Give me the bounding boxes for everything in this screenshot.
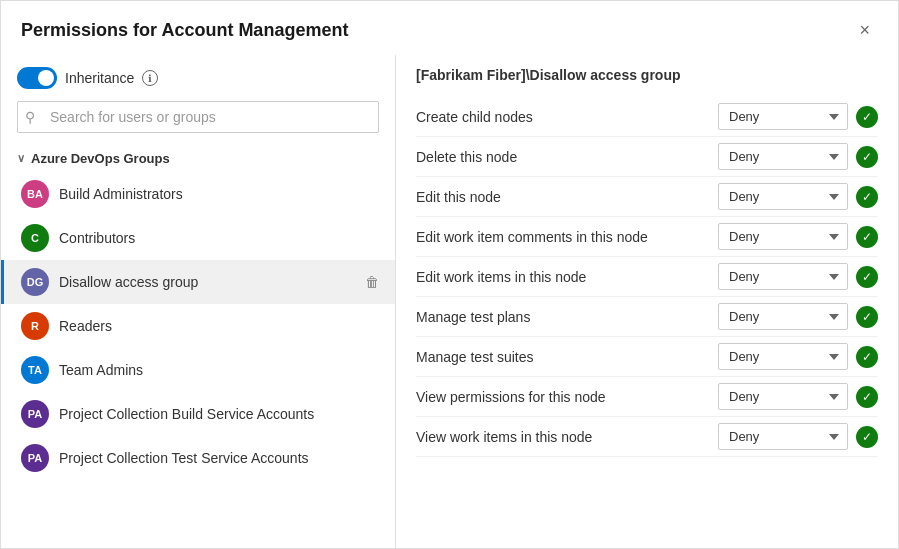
toggle-thumb xyxy=(38,70,54,86)
inheritance-row: Inheritance ℹ xyxy=(1,67,395,101)
group-name: Team Admins xyxy=(59,362,379,378)
avatar: DG xyxy=(21,268,49,296)
avatar: BA xyxy=(21,180,49,208)
group-name: Contributors xyxy=(59,230,379,246)
permission-row: Manage test suitesNot setAllowDenyDeny (… xyxy=(416,337,878,377)
avatar: PA xyxy=(21,444,49,472)
group-item[interactable]: PAProject Collection Build Service Accou… xyxy=(1,392,395,436)
permission-row: Delete this nodeNot setAllowDenyDeny (in… xyxy=(416,137,878,177)
check-icon: ✓ xyxy=(856,106,878,128)
permission-name: Manage test suites xyxy=(416,349,718,365)
group-name: Disallow access group xyxy=(59,274,355,290)
permission-dropdown-wrap: Not setAllowDenyDeny (inherited)✓ xyxy=(718,343,878,370)
group-name: Readers xyxy=(59,318,379,334)
check-icon: ✓ xyxy=(856,226,878,248)
group-name: Build Administrators xyxy=(59,186,379,202)
group-list: BABuild AdministratorsCContributorsDGDis… xyxy=(1,172,395,480)
permission-dropdown-wrap: Not setAllowDenyDeny (inherited)✓ xyxy=(718,223,878,250)
avatar: TA xyxy=(21,356,49,384)
check-icon: ✓ xyxy=(856,146,878,168)
search-input[interactable] xyxy=(17,101,379,133)
permission-row: View work items in this nodeNot setAllow… xyxy=(416,417,878,457)
right-panel: [Fabrikam Fiber]\Disallow access group C… xyxy=(396,55,898,548)
selected-group-title: [Fabrikam Fiber]\Disallow access group xyxy=(416,67,878,83)
group-section-header: ∨ Azure DevOps Groups xyxy=(1,145,395,172)
group-item[interactable]: DGDisallow access group🗑 xyxy=(1,260,395,304)
permission-name: Edit work item comments in this node xyxy=(416,229,718,245)
permission-select[interactable]: Not setAllowDenyDeny (inherited) xyxy=(718,183,848,210)
group-item[interactable]: CContributors xyxy=(1,216,395,260)
check-icon: ✓ xyxy=(856,426,878,448)
check-icon: ✓ xyxy=(856,306,878,328)
check-icon: ✓ xyxy=(856,266,878,288)
permission-select[interactable]: Not setAllowDenyDeny (inherited) xyxy=(718,303,848,330)
permission-row: View permissions for this nodeNot setAll… xyxy=(416,377,878,417)
inheritance-label: Inheritance xyxy=(65,70,134,86)
permission-dropdown-wrap: Not setAllowDenyDeny (inherited)✓ xyxy=(718,103,878,130)
group-name: Project Collection Build Service Account… xyxy=(59,406,379,422)
permission-dropdown-wrap: Not setAllowDenyDeny (inherited)✓ xyxy=(718,263,878,290)
permission-row: Manage test plansNot setAllowDenyDeny (i… xyxy=(416,297,878,337)
permission-name: Delete this node xyxy=(416,149,718,165)
group-section-label: Azure DevOps Groups xyxy=(31,151,170,166)
left-panel: Inheritance ℹ ⚲ ∨ Azure DevOps Groups BA… xyxy=(1,55,396,548)
group-name: Project Collection Test Service Accounts xyxy=(59,450,379,466)
avatar: PA xyxy=(21,400,49,428)
permission-row: Edit this nodeNot setAllowDenyDeny (inhe… xyxy=(416,177,878,217)
check-icon: ✓ xyxy=(856,186,878,208)
dialog-title: Permissions for Account Management xyxy=(21,20,348,41)
permission-row: Edit work item comments in this nodeNot … xyxy=(416,217,878,257)
chevron-down-icon: ∨ xyxy=(17,152,25,165)
permission-name: Edit work items in this node xyxy=(416,269,718,285)
permission-dropdown-wrap: Not setAllowDenyDeny (inherited)✓ xyxy=(718,143,878,170)
group-item[interactable]: RReaders xyxy=(1,304,395,348)
permission-select[interactable]: Not setAllowDenyDeny (inherited) xyxy=(718,103,848,130)
permission-dropdown-wrap: Not setAllowDenyDeny (inherited)✓ xyxy=(718,423,878,450)
permission-name: View work items in this node xyxy=(416,429,718,445)
toggle-track[interactable] xyxy=(17,67,57,89)
avatar: R xyxy=(21,312,49,340)
permission-row: Create child nodesNot setAllowDenyDeny (… xyxy=(416,97,878,137)
permission-select[interactable]: Not setAllowDenyDeny (inherited) xyxy=(718,223,848,250)
check-icon: ✓ xyxy=(856,346,878,368)
permissions-list: Create child nodesNot setAllowDenyDeny (… xyxy=(416,97,878,457)
inheritance-toggle[interactable] xyxy=(17,67,57,89)
search-box: ⚲ xyxy=(17,101,379,133)
info-icon[interactable]: ℹ xyxy=(142,70,158,86)
permission-select[interactable]: Not setAllowDenyDeny (inherited) xyxy=(718,423,848,450)
permission-select[interactable]: Not setAllowDenyDeny (inherited) xyxy=(718,143,848,170)
permission-name: Create child nodes xyxy=(416,109,718,125)
dialog-header: Permissions for Account Management × xyxy=(1,1,898,55)
delete-icon[interactable]: 🗑 xyxy=(365,274,379,290)
group-item[interactable]: TATeam Admins xyxy=(1,348,395,392)
permission-row: Edit work items in this nodeNot setAllow… xyxy=(416,257,878,297)
permission-dropdown-wrap: Not setAllowDenyDeny (inherited)✓ xyxy=(718,303,878,330)
dialog-body: Inheritance ℹ ⚲ ∨ Azure DevOps Groups BA… xyxy=(1,55,898,548)
avatar: C xyxy=(21,224,49,252)
permission-dropdown-wrap: Not setAllowDenyDeny (inherited)✓ xyxy=(718,383,878,410)
permission-name: View permissions for this node xyxy=(416,389,718,405)
check-icon: ✓ xyxy=(856,386,878,408)
close-button[interactable]: × xyxy=(851,17,878,43)
permission-name: Edit this node xyxy=(416,189,718,205)
group-item[interactable]: BABuild Administrators xyxy=(1,172,395,216)
permission-name: Manage test plans xyxy=(416,309,718,325)
permission-select[interactable]: Not setAllowDenyDeny (inherited) xyxy=(718,343,848,370)
permission-select[interactable]: Not setAllowDenyDeny (inherited) xyxy=(718,263,848,290)
search-icon: ⚲ xyxy=(25,109,35,125)
permission-select[interactable]: Not setAllowDenyDeny (inherited) xyxy=(718,383,848,410)
permission-dropdown-wrap: Not setAllowDenyDeny (inherited)✓ xyxy=(718,183,878,210)
permissions-dialog: Permissions for Account Management × Inh… xyxy=(0,0,899,549)
group-item[interactable]: PAProject Collection Test Service Accoun… xyxy=(1,436,395,480)
